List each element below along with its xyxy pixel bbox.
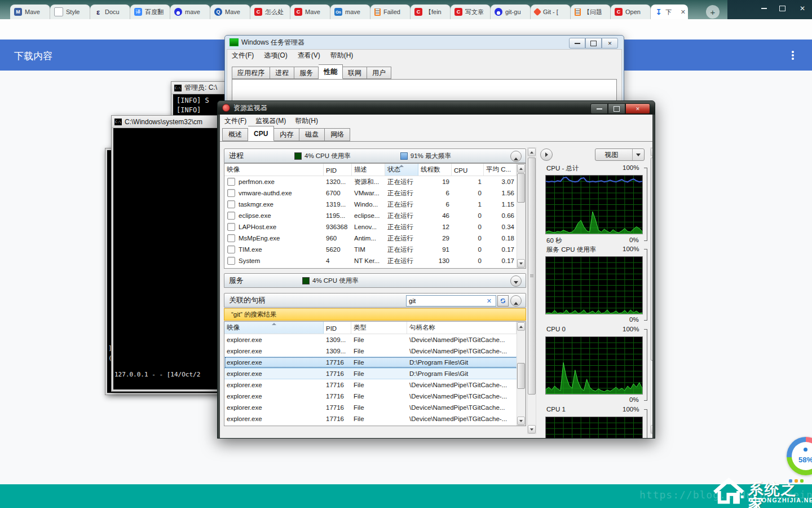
- row-checkbox[interactable]: [227, 189, 235, 197]
- table-row[interactable]: taskmgr.exe1319...Windo...正在运行611.15: [224, 199, 526, 210]
- table-row[interactable]: TIM.exe5620TIM正在运行9100.17: [224, 244, 526, 255]
- browser-tab[interactable]: CMave: [290, 5, 330, 19]
- browser-tab[interactable]: COpen: [611, 5, 651, 19]
- browser-tab[interactable]: C怎么处: [250, 5, 290, 19]
- table-row[interactable]: explorer.exe17716File\Device\NamedPipe\T…: [224, 379, 526, 391]
- table-row[interactable]: System4NT Ker...正在运行13000.17: [224, 255, 526, 266]
- taskmgr-tab-性能[interactable]: 性能: [319, 64, 343, 79]
- resource-monitor-window[interactable]: 资源监视器 ✕ 文件(F) 监视器(M) 帮助(H) 概述CPU内存磁盘网络 进…: [217, 100, 655, 439]
- menu-help[interactable]: 帮助(H): [330, 51, 354, 60]
- handle-search-input[interactable]: [406, 295, 496, 306]
- row-checkbox[interactable]: [227, 257, 235, 265]
- taskmgr-tab-联网[interactable]: 联网: [343, 67, 367, 79]
- table-row[interactable]: explorer.exe17716FileD:\Program Files\Gi…: [224, 368, 526, 379]
- handles-table-scrollbar[interactable]: [517, 322, 526, 426]
- view-dropdown-button[interactable]: 视图: [595, 148, 645, 161]
- column-header-0[interactable]: 映像: [224, 164, 324, 176]
- close-button[interactable]: ✕: [602, 38, 618, 49]
- row-checkbox[interactable]: [227, 223, 235, 231]
- restore-button[interactable]: [775, 3, 789, 14]
- menu-file[interactable]: 文件(F): [224, 116, 246, 126]
- browser-tab[interactable]: QMave: [210, 5, 250, 19]
- close-button[interactable]: ✕: [625, 103, 650, 114]
- scroll-up-button[interactable]: [517, 164, 525, 173]
- collapse-section-button[interactable]: [510, 295, 522, 306]
- process-table-scrollbar[interactable]: [517, 164, 526, 268]
- tab-close-icon[interactable]: ✕: [681, 9, 686, 15]
- minimize-button[interactable]: [569, 38, 585, 49]
- browser-tab[interactable]: mave: [170, 5, 210, 19]
- browser-tab[interactable]: Failed: [370, 5, 411, 19]
- maximize-button[interactable]: [585, 38, 602, 49]
- table-row[interactable]: explorer.exe1309...File\Device\NamedPipe…: [224, 345, 526, 357]
- table-row[interactable]: explorer.exe17716File\Device\NamedPipe\T…: [224, 391, 526, 402]
- graph-panel-scrollbar[interactable]: [650, 147, 652, 434]
- taskmgr-titlebar[interactable]: Windows 任务管理器 ✕: [225, 36, 624, 49]
- collapse-section-button[interactable]: [510, 151, 522, 162]
- taskmgr-tab-应用程序[interactable]: 应用程序: [232, 67, 270, 79]
- scroll-down-button[interactable]: [517, 417, 525, 425]
- scroll-down-button[interactable]: [651, 425, 652, 433]
- menu-monitor[interactable]: 监视器(M): [255, 116, 286, 126]
- resmon-tab-CPU[interactable]: CPU: [248, 126, 274, 141]
- scroll-up-button[interactable]: [517, 322, 525, 331]
- downloads-menu-icon[interactable]: [792, 51, 794, 60]
- column-header-3[interactable]: 状态: [385, 164, 418, 176]
- minimize-button[interactable]: [757, 3, 771, 14]
- menu-view[interactable]: 查看(V): [298, 51, 320, 60]
- column-header-2[interactable]: 类型: [351, 322, 407, 334]
- scrollbar-thumb[interactable]: [651, 157, 652, 361]
- cmd-front-window[interactable]: C:\ C:\Windows\system32\cm 127.0.0.1 - -…: [111, 115, 219, 392]
- column-header-5[interactable]: CPU: [452, 164, 484, 176]
- browser-tab[interactable]: Git - [: [531, 5, 571, 19]
- browser-tab[interactable]: 译百度翻: [130, 5, 170, 19]
- scrollbar-thumb[interactable]: [517, 363, 525, 389]
- table-row[interactable]: MsMpEng.exe960Antim...正在运行2900.18: [224, 233, 526, 244]
- scroll-up-button[interactable]: [651, 148, 652, 156]
- resmon-tab-概述[interactable]: 概述: [222, 128, 248, 141]
- scroll-up-button[interactable]: [528, 148, 536, 156]
- taskmgr-tab-用户[interactable]: 用户: [367, 67, 391, 79]
- row-checkbox[interactable]: [227, 212, 235, 220]
- menu-file[interactable]: 文件(F): [232, 51, 254, 60]
- resmon-tab-内存[interactable]: 内存: [274, 128, 299, 141]
- row-checkbox[interactable]: [227, 200, 235, 208]
- table-row[interactable]: eclipse.exe1195...eclipse...正在运行4600.66: [224, 210, 526, 221]
- browser-tab[interactable]: C写文章: [451, 5, 491, 19]
- browser-tab[interactable]: git-gu: [491, 5, 531, 19]
- services-section-header[interactable]: 服务 4% CPU 使用率: [224, 273, 526, 288]
- main-panel-scrollbar[interactable]: [527, 147, 536, 434]
- browser-tab[interactable]: Style: [50, 5, 90, 19]
- table-row[interactable]: explorer.exe17716File\Device\NamedPipe\T…: [224, 402, 526, 413]
- column-header-1[interactable]: PID: [324, 164, 352, 176]
- taskmgr-tab-进程[interactable]: 进程: [270, 67, 294, 79]
- browser-tab[interactable]: 【问题: [571, 5, 611, 19]
- handles-section-header[interactable]: 关联的句柄 ✕: [224, 293, 526, 308]
- browser-tab[interactable]: MMave: [10, 5, 50, 19]
- resmon-titlebar[interactable]: 资源监视器 ✕: [218, 101, 655, 115]
- maximize-button[interactable]: [608, 103, 625, 114]
- scroll-down-button[interactable]: [528, 425, 536, 433]
- browser-tab[interactable]: ↧下✕: [651, 5, 688, 19]
- scroll-down-button[interactable]: [517, 259, 525, 268]
- column-header-4[interactable]: 线程数: [418, 164, 452, 176]
- table-row[interactable]: explorer.exe1309...File\Device\NamedPipe…: [224, 334, 526, 345]
- table-row[interactable]: explorer.exe17716File\Device\NamedPipe\T…: [224, 413, 526, 424]
- row-checkbox[interactable]: [227, 246, 235, 253]
- column-header-6[interactable]: 平均 C...: [484, 164, 517, 176]
- taskmgr-tab-服务[interactable]: 服务: [294, 67, 319, 79]
- scrollbar-thumb[interactable]: [528, 157, 536, 395]
- table-row[interactable]: LAPHost.exe936368Lenov...正在运行1200.34: [224, 221, 526, 233]
- minimize-button[interactable]: [590, 103, 608, 114]
- column-header-0[interactable]: 映像: [224, 322, 324, 334]
- menu-help[interactable]: 帮助(H): [295, 116, 318, 126]
- column-header-1[interactable]: PID: [324, 322, 351, 334]
- browser-tab[interactable]: C【fein: [411, 5, 451, 19]
- column-header-3[interactable]: 句柄名称: [407, 322, 517, 334]
- cmd-front-titlebar[interactable]: C:\ C:\Windows\system32\cm: [112, 116, 219, 128]
- row-checkbox[interactable]: [227, 178, 235, 186]
- browser-tab[interactable]: εDocu: [90, 5, 130, 19]
- scrollbar-thumb[interactable]: [517, 173, 525, 203]
- clear-search-icon[interactable]: ✕: [487, 297, 492, 305]
- processes-section-header[interactable]: 进程 4% CPU 使用率 91% 最大频率: [224, 148, 526, 163]
